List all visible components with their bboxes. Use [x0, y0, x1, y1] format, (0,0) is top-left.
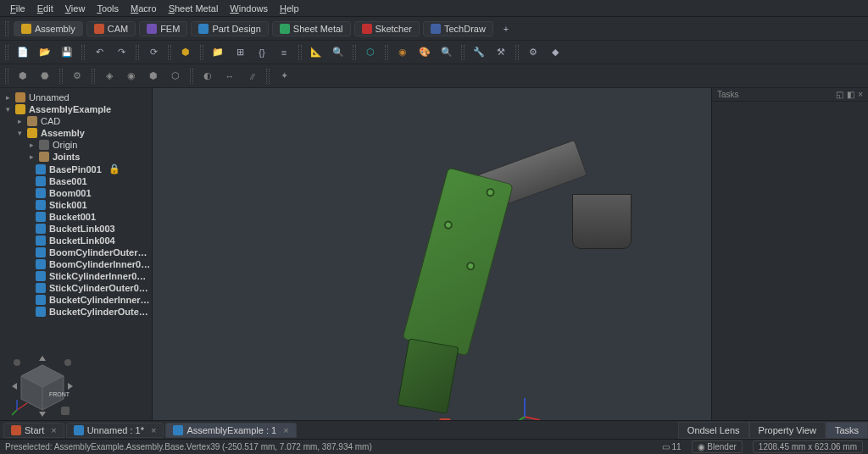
- preferences-icon[interactable]: ⚙: [524, 43, 542, 62]
- float-icon[interactable]: ◧: [847, 90, 854, 99]
- workbench-techdraw[interactable]: TechDraw: [423, 21, 493, 36]
- doc-tab-start[interactable]: Start×: [3, 423, 64, 438]
- menu-edit[interactable]: Edit: [32, 2, 58, 15]
- toolbar-grip[interactable]: [5, 69, 8, 84]
- toolbar-grip[interactable]: [266, 69, 270, 84]
- close-icon[interactable]: ×: [151, 425, 156, 435]
- toolbar-grip[interactable]: [81, 45, 85, 60]
- open-file-icon[interactable]: 📂: [36, 43, 54, 62]
- instance-count[interactable]: ▭ 11: [662, 442, 682, 451]
- doc-tab-assemblyexample[interactable]: AssemblyExample : 1×: [165, 423, 296, 438]
- save-file-icon[interactable]: 💾: [58, 43, 76, 62]
- tree-part[interactable]: BasePin001🔒: [0, 163, 152, 175]
- menu-view[interactable]: View: [60, 2, 91, 15]
- appearance-icon[interactable]: ◉: [393, 43, 412, 62]
- box-icon[interactable]: ⬡: [361, 43, 380, 62]
- workbench-assembly[interactable]: Assembly: [14, 21, 83, 36]
- tree-part[interactable]: BucketLink004: [0, 235, 152, 246]
- material-icon[interactable]: 🎨: [415, 43, 434, 62]
- navigation-cube[interactable]: FRONT: [8, 352, 76, 420]
- tree-part[interactable]: Stick001: [0, 199, 152, 211]
- tree-part[interactable]: StickCylinderOuter0…: [0, 282, 152, 294]
- redo-icon[interactable]: ↷: [112, 43, 131, 62]
- tree-part[interactable]: BoomCylinderOuter…: [0, 246, 152, 258]
- workbench-sketcher[interactable]: Sketcher: [354, 21, 420, 36]
- toolbar-grip[interactable]: [515, 45, 519, 60]
- inspect-icon[interactable]: 🔍: [329, 43, 348, 62]
- joint-revolute-icon[interactable]: ◉: [122, 67, 141, 86]
- nav-style-selector[interactable]: ◉ Blender: [692, 440, 743, 453]
- menu-help[interactable]: Help: [275, 2, 304, 15]
- base-part[interactable]: [398, 338, 459, 413]
- menu-file[interactable]: File: [5, 2, 31, 15]
- menu-sheetmetal[interactable]: Sheet Metal: [164, 2, 224, 15]
- workbench-sheetmetal[interactable]: Sheet Metal: [272, 21, 351, 36]
- close-icon[interactable]: ×: [51, 425, 56, 435]
- create-assembly-icon[interactable]: ⬢: [14, 67, 32, 86]
- insert-link-icon[interactable]: ⬣: [36, 67, 54, 86]
- tree-joints[interactable]: ▸Joints: [0, 151, 152, 163]
- wrench-icon[interactable]: 🔧: [470, 43, 488, 62]
- explode-icon[interactable]: ✦: [275, 67, 293, 86]
- toolbar-grip[interactable]: [59, 69, 63, 84]
- restore-icon[interactable]: ◱: [836, 90, 843, 99]
- link-icon[interactable]: {}: [253, 43, 271, 62]
- tree-part[interactable]: BucketLink003: [0, 223, 152, 235]
- extra-icon[interactable]: ◆: [546, 43, 565, 62]
- add-workbench-button[interactable]: +: [497, 19, 515, 38]
- menu-tools[interactable]: Tools: [92, 2, 124, 15]
- tree-part[interactable]: BucketCylinderInner…: [0, 294, 152, 306]
- tree-part[interactable]: BucketCylinderOute…: [0, 306, 152, 318]
- toolbar-grip[interactable]: [5, 45, 8, 60]
- tree-part[interactable]: Boom001: [0, 187, 152, 199]
- tree-origin[interactable]: ▸Origin: [0, 139, 152, 151]
- tab-property-view[interactable]: Property View: [749, 422, 826, 439]
- workbench-partdesign[interactable]: Part Design: [191, 21, 268, 36]
- tree-folder-cad[interactable]: ▸CAD: [0, 115, 152, 127]
- toolbar-grip[interactable]: [461, 45, 465, 60]
- close-icon[interactable]: ×: [858, 90, 863, 99]
- new-file-icon[interactable]: 📄: [14, 43, 32, 62]
- toolbar-grip[interactable]: [5, 21, 8, 36]
- toolbar-grip[interactable]: [168, 45, 171, 60]
- measure-icon[interactable]: 📐: [307, 43, 326, 62]
- workbench-fem[interactable]: FEM: [139, 21, 187, 36]
- tree-part[interactable]: BoomCylinderInner0…: [0, 258, 152, 270]
- joint-slider-icon[interactable]: ⬡: [166, 67, 185, 86]
- menu-macro[interactable]: Macro: [125, 2, 162, 15]
- joint-parallel-icon[interactable]: ⫽: [242, 67, 261, 86]
- toolbar-grip[interactable]: [200, 45, 203, 60]
- tree-doc-assemblyexample[interactable]: ▾AssemblyExample: [0, 103, 152, 115]
- tree-doc-unnamed[interactable]: ▸Unnamed: [0, 91, 152, 103]
- toolbar-grip[interactable]: [385, 45, 388, 60]
- group-icon[interactable]: ⊞: [231, 43, 249, 62]
- joint-cylindrical-icon[interactable]: ⬢: [144, 67, 163, 86]
- tool-icon[interactable]: ⚒: [492, 43, 510, 62]
- toolbar-grip[interactable]: [92, 69, 95, 84]
- solve-icon[interactable]: ⚙: [68, 67, 86, 86]
- close-icon[interactable]: ×: [283, 425, 288, 435]
- joint-fixed-icon[interactable]: ◈: [100, 67, 119, 86]
- folder-icon[interactable]: 📁: [209, 43, 227, 62]
- toolbar-grip[interactable]: [190, 69, 193, 84]
- tab-ondsel-lens[interactable]: Ondsel Lens: [678, 422, 749, 439]
- refresh-icon[interactable]: ⟳: [144, 43, 163, 62]
- tree-part[interactable]: Base001: [0, 175, 152, 187]
- part-icon[interactable]: ⬢: [176, 43, 195, 62]
- tree-assembly[interactable]: ▾Assembly: [0, 127, 152, 139]
- tree-part[interactable]: Bucket001: [0, 211, 152, 223]
- undo-icon[interactable]: ↶: [90, 43, 108, 62]
- varset-icon[interactable]: ≡: [275, 43, 293, 62]
- toolbar-grip[interactable]: [136, 45, 139, 60]
- doc-tab-unnamed[interactable]: Unnamed : 1*×: [66, 423, 164, 438]
- bucket-part[interactable]: [572, 194, 632, 249]
- search-icon[interactable]: 🔍: [437, 43, 456, 62]
- workbench-cam[interactable]: CAM: [86, 21, 136, 36]
- 3d-viewport[interactable]: [153, 88, 711, 454]
- toolbar-grip[interactable]: [353, 45, 356, 60]
- joint-ball-icon[interactable]: ◐: [198, 67, 217, 86]
- joint-distance-icon[interactable]: ↔: [220, 67, 239, 86]
- menu-windows[interactable]: Windows: [225, 2, 273, 15]
- tree-part[interactable]: StickCylinderInner0…: [0, 270, 152, 282]
- tab-tasks[interactable]: Tasks: [826, 422, 868, 439]
